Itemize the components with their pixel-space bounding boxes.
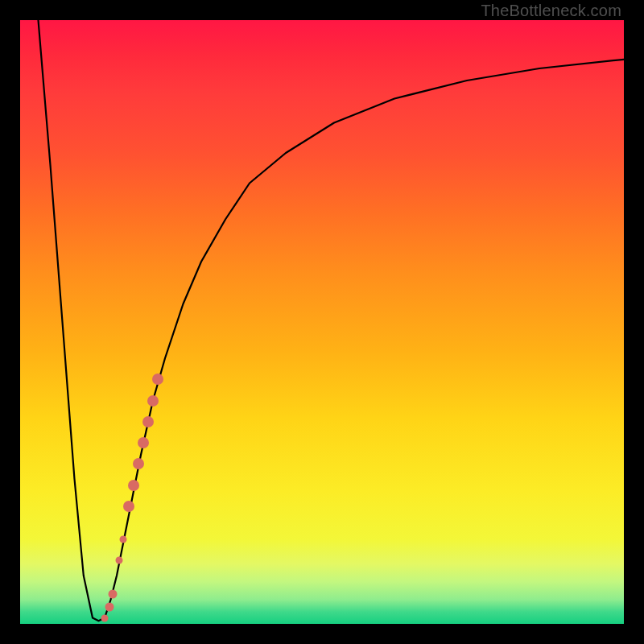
cluster-bar-mid1 [147, 395, 159, 407]
dot-mid-2 [116, 557, 123, 564]
dot-mid-1 [119, 536, 126, 543]
cluster-bar-mid2 [142, 416, 154, 427]
dot-low-1 [108, 589, 117, 598]
dot-low-2 [105, 603, 114, 612]
cluster-bar-mid3 [138, 437, 149, 448]
cluster-bar-mid4 [133, 458, 144, 469]
cluster-bar-mid5 [128, 480, 139, 491]
chart-frame: TheBottleneck.com [0, 0, 644, 644]
watermark-text: TheBottleneck.com [481, 2, 621, 20]
dot-bottom [101, 614, 109, 621]
cluster-bar-bot [123, 501, 134, 512]
plot-area [20, 20, 624, 624]
cluster-bar-top [152, 374, 163, 385]
marker-layer [20, 20, 624, 624]
